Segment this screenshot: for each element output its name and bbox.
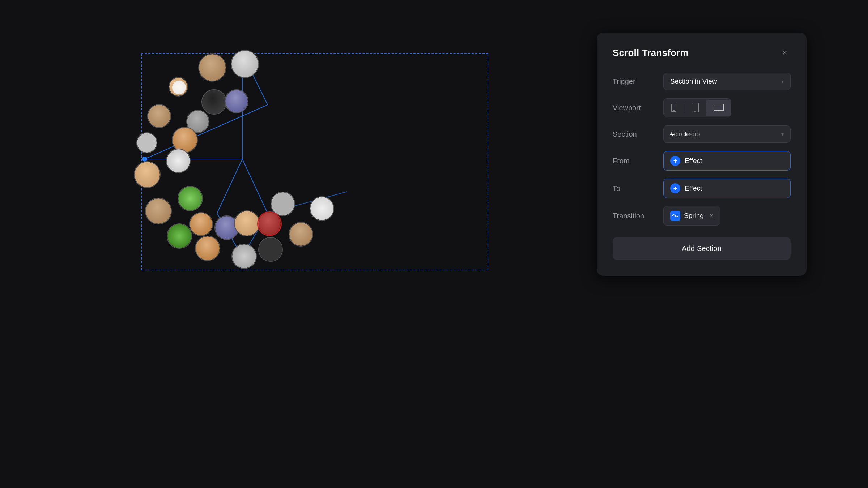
section-control: #circle-up ▾ [663, 125, 791, 143]
panel-header: Scroll Transform × [613, 47, 791, 59]
svg-rect-4 [673, 110, 675, 111]
transition-pill[interactable]: Spring × [663, 206, 720, 226]
avatar [167, 223, 192, 249]
to-effect-label: Effect [685, 184, 702, 192]
section-label: Section [613, 130, 663, 138]
trigger-control: Section in View ▾ [663, 73, 791, 90]
trigger-chevron-icon: ▾ [781, 78, 784, 84]
svg-rect-7 [714, 104, 724, 111]
avatar [258, 237, 283, 262]
trigger-dropdown[interactable]: Section in View ▾ [663, 73, 791, 90]
avatar [225, 89, 248, 113]
trigger-label: Trigger [613, 77, 663, 86]
from-control: + Effect [663, 151, 791, 171]
from-effect-icon: + [670, 156, 680, 166]
avatar [257, 211, 282, 236]
avatar [166, 149, 191, 173]
canvas [0, 0, 687, 488]
avatar [289, 222, 313, 247]
mobile-icon [671, 104, 677, 112]
from-label: From [613, 157, 663, 165]
viewport-buttons [663, 98, 731, 117]
avatar [169, 77, 188, 97]
from-effect-label: Effect [685, 157, 702, 165]
trigger-value: Section in View [670, 77, 717, 85]
viewport-control [663, 98, 791, 117]
avatar [134, 161, 161, 188]
svg-rect-6 [694, 111, 696, 112]
avatar [189, 212, 213, 236]
from-effect-button[interactable]: + Effect [663, 151, 791, 171]
viewport-label: Viewport [613, 104, 663, 112]
avatar [178, 186, 203, 211]
section-value: #circle-up [670, 130, 700, 138]
avatar [201, 89, 227, 115]
to-label: To [613, 184, 663, 193]
scroll-transform-panel: Scroll Transform × Trigger Section in Vi… [597, 33, 807, 276]
to-effect-icon: + [670, 183, 680, 193]
selection-box [141, 53, 488, 270]
svg-rect-8 [717, 111, 720, 111]
avatar [147, 104, 171, 128]
avatar [231, 50, 259, 78]
add-section-button[interactable]: Add Section [613, 237, 791, 260]
avatar [136, 132, 157, 153]
viewport-desktop-button[interactable] [706, 100, 731, 116]
viewport-mobile-button[interactable] [664, 99, 684, 116]
trigger-row: Trigger Section in View ▾ [613, 72, 791, 90]
desktop-icon [714, 104, 724, 111]
viewport-row: Viewport [613, 98, 791, 117]
close-button[interactable]: × [779, 47, 791, 59]
to-effect-button[interactable]: + Effect [663, 179, 791, 198]
avatar [234, 210, 260, 236]
avatar [231, 244, 257, 269]
section-dropdown[interactable]: #circle-up ▾ [663, 125, 791, 143]
section-row: Section #circle-up ▾ [613, 125, 791, 143]
to-control: + Effect [663, 179, 791, 198]
transition-row: Transition Spring × [613, 206, 791, 226]
section-chevron-icon: ▾ [781, 131, 784, 137]
avatar [195, 236, 220, 261]
transition-value: Spring [684, 212, 704, 220]
transition-control: Spring × [663, 206, 791, 226]
to-row: To + Effect [613, 179, 791, 198]
viewport-tablet-button[interactable] [684, 99, 706, 117]
tablet-icon [692, 103, 699, 112]
avatar [145, 198, 172, 224]
from-row: From + Effect [613, 151, 791, 171]
panel-title: Scroll Transform [613, 47, 689, 59]
transition-label: Transition [613, 212, 663, 220]
avatar [310, 196, 334, 221]
transition-close-icon[interactable]: × [710, 212, 714, 220]
spring-icon [670, 211, 680, 221]
avatar [198, 53, 226, 82]
